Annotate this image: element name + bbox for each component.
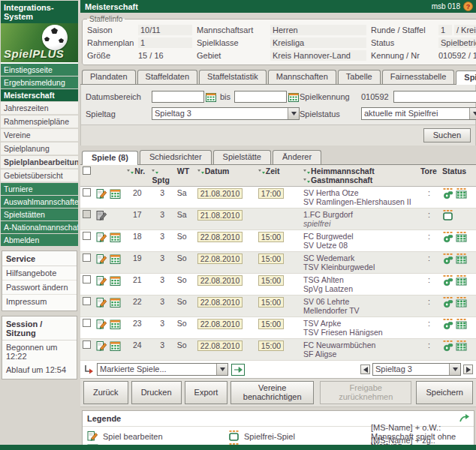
- spieltag-select[interactable]: Spieltag 3: [152, 107, 300, 120]
- venue-occupancy-icon[interactable]: [110, 297, 121, 308]
- sidebar-item-a-nationalmannschaft[interactable]: A-Nationalmannschaft: [1, 221, 78, 233]
- calendar-icon[interactable]: [288, 92, 299, 102]
- spielstatus-select[interactable]: aktuelle mit Spielfrei: [361, 107, 476, 120]
- game-time-field[interactable]: 15:00: [258, 340, 284, 351]
- row-checkbox[interactable]: [83, 319, 91, 327]
- speichern-button[interactable]: Speichern: [416, 381, 473, 404]
- gebiet-label: Gebiet: [197, 51, 266, 60]
- sidebar-item-turniere[interactable]: Turniere: [1, 183, 78, 195]
- sort-icon[interactable]: [303, 178, 310, 184]
- sidebar-item-passwort-ndern[interactable]: Passwort ändern: [2, 280, 77, 295]
- edit-game-icon[interactable]: [96, 340, 107, 352]
- row-checkbox[interactable]: [83, 254, 91, 262]
- sort-icon[interactable]: [303, 169, 310, 175]
- elbow-arrow-icon: [83, 364, 94, 375]
- sort-icon[interactable]: [197, 169, 204, 175]
- game-time-field[interactable]: 15:00: [258, 232, 284, 242]
- help-icon[interactable]: ?: [463, 2, 473, 11]
- tab-tabelle[interactable]: Tabelle: [338, 70, 381, 84]
- venue-occupancy-icon[interactable]: [110, 254, 121, 265]
- spielkennung-input[interactable]: [393, 91, 476, 103]
- sort-icon[interactable]: [258, 169, 265, 175]
- tab-fairnesstabelle[interactable]: Fairnesstabelle: [382, 70, 455, 84]
- sidebar-item-rahmenspielpl-ne[interactable]: Rahmenspielpläne: [1, 116, 78, 128]
- tab-spielplan[interactable]: Spielplan: [456, 70, 476, 85]
- sort-icon[interactable]: [152, 169, 158, 175]
- select-all-checkbox[interactable]: [83, 166, 91, 175]
- edit-game-icon[interactable]: [96, 232, 107, 243]
- subtab-spielst-tte[interactable]: Spielstätte: [213, 150, 271, 164]
- game-date-field[interactable]: 22.08.2010: [197, 297, 243, 308]
- game-time-field[interactable]: 15:00: [258, 275, 284, 286]
- header-zeit[interactable]: Zeit: [266, 166, 280, 176]
- game-time-field[interactable]: 15:00: [258, 319, 284, 329]
- marked-games-select[interactable]: Markierte Spiele...: [97, 363, 228, 376]
- sidebar-item-hilfsangebote[interactable]: Hilfsangebote: [2, 266, 77, 280]
- row-checkbox[interactable]: [83, 275, 91, 284]
- sidebar-item-impressum[interactable]: Impressum: [2, 295, 77, 308]
- spieltag-label: Spieltag: [86, 110, 152, 118]
- spieltag-nav-select[interactable]: Spieltag 3: [372, 363, 461, 376]
- subtab-nderer[interactable]: Änderer: [273, 150, 321, 164]
- game-date-field[interactable]: 21.08.2010: [197, 188, 243, 199]
- game-date-field[interactable]: 22.08.2010: [197, 275, 243, 286]
- subtab-schiedsrichter[interactable]: Schiedsrichter: [140, 150, 212, 164]
- game-date-field[interactable]: 22.08.2010: [197, 340, 243, 351]
- row-checkbox[interactable]: [83, 297, 91, 305]
- sidebar-item-vereine[interactable]: Vereine: [1, 129, 78, 142]
- tab-staffeldaten[interactable]: Staffeldaten: [137, 70, 198, 84]
- row-checkbox[interactable]: [83, 232, 91, 240]
- game-date-field[interactable]: 22.08.2010: [197, 232, 243, 242]
- game-time-field[interactable]: 17:00: [258, 188, 284, 199]
- vereine-benachrichtigen-button[interactable]: Vereine benachrichtigen: [230, 381, 314, 404]
- datum-bis-input[interactable]: [234, 91, 287, 103]
- datum-von-input[interactable]: [152, 91, 204, 103]
- row-checkbox[interactable]: [83, 340, 91, 349]
- edit-game-icon[interactable]: [96, 297, 107, 308]
- sort-icon[interactable]: [127, 169, 134, 175]
- tab-plandaten[interactable]: Plandaten: [82, 70, 136, 84]
- venue-occupancy-icon[interactable]: [110, 275, 121, 286]
- tab-mannschaften[interactable]: Mannschaften: [268, 70, 336, 84]
- venue-occupancy-icon[interactable]: [110, 319, 121, 330]
- sidebar-item-jahreszeiten[interactable]: Jahreszeiten: [1, 102, 78, 115]
- sidebar-item-ergebnismeldung[interactable]: Ergebnismeldung: [1, 76, 78, 88]
- tab-staffelstatistik[interactable]: Staffelstatistik: [199, 70, 267, 84]
- run-action-button[interactable]: [231, 364, 245, 376]
- edit-game-icon[interactable]: [96, 210, 107, 221]
- row-checkbox[interactable]: [83, 188, 91, 196]
- sidebar-item-abmelden[interactable]: Abmelden: [1, 234, 78, 246]
- venue-occupancy-icon[interactable]: [110, 232, 121, 243]
- calendar-icon[interactable]: [206, 92, 216, 102]
- edit-game-icon[interactable]: [96, 254, 107, 265]
- sidebar-item-einstiegsseite[interactable]: Einstiegsseite: [1, 64, 78, 76]
- header-nr[interactable]: Nr.: [134, 166, 145, 176]
- spieltag-next-button[interactable]: [463, 364, 473, 374]
- header-datum[interactable]: Datum: [205, 166, 230, 176]
- game-date-field[interactable]: 21.08.2010: [197, 210, 243, 220]
- spieltag-prev-button[interactable]: [360, 364, 370, 374]
- subtab-spiele-8[interactable]: Spiele (8): [82, 151, 138, 165]
- game-date-field[interactable]: 22.08.2010: [197, 319, 243, 329]
- game-date-field[interactable]: 22.08.2010: [197, 254, 243, 264]
- venue-occupancy-icon[interactable]: [110, 340, 121, 352]
- edit-game-icon[interactable]: [96, 275, 107, 286]
- sidebar-item-gebiets-bersicht[interactable]: Gebietsübersicht: [1, 170, 78, 182]
- drucken-button[interactable]: Drucken: [131, 381, 182, 404]
- sidebar-item-auswahlmannschaften[interactable]: Auswahlmannschaften: [1, 196, 78, 208]
- header-gastmannschaft[interactable]: Gastmannschaft: [311, 176, 372, 184]
- sidebar-item-meisterschaft[interactable]: Meisterschaft: [1, 89, 78, 101]
- venue-occupancy-icon[interactable]: [110, 188, 121, 200]
- sidebar-item-spielplanung[interactable]: Spielplanung: [1, 142, 78, 155]
- header-sptg[interactable]: Sptg: [152, 176, 169, 184]
- edit-game-icon[interactable]: [96, 188, 107, 200]
- game-time-field[interactable]: 15:00: [258, 297, 284, 308]
- header-heimmannschaft[interactable]: Heimmannschaft: [311, 166, 375, 176]
- export-button[interactable]: Export: [185, 381, 228, 404]
- sidebar-item-spielst-tten[interactable]: Spielstätten: [1, 208, 78, 220]
- zur-ck-button[interactable]: Zurück: [83, 381, 128, 404]
- sidebar-item-spielplanbearbeitung[interactable]: Spielplanbearbeitung: [1, 156, 78, 169]
- edit-game-icon[interactable]: [96, 319, 107, 330]
- suchen-button[interactable]: Suchen: [423, 128, 471, 142]
- game-time-field[interactable]: 15:00: [258, 254, 284, 264]
